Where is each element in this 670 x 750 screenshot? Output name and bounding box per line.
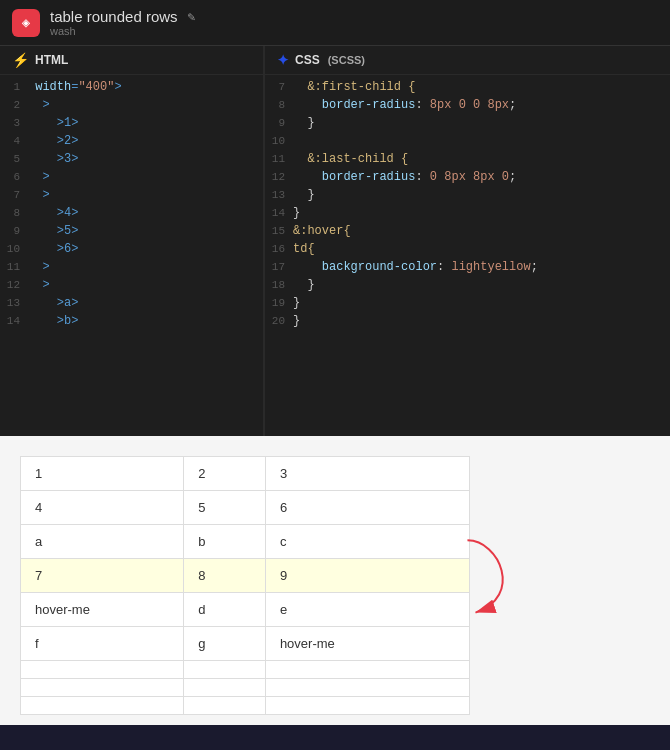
css-line: 7 &:first-child {	[265, 79, 670, 97]
table-cell: c	[265, 525, 469, 559]
css-line: 10	[265, 133, 670, 151]
table-cell: 9	[265, 559, 469, 593]
table-cell	[21, 661, 184, 679]
css-icon: ✦	[277, 52, 289, 68]
table-cell: 5	[184, 491, 266, 525]
title-group: table rounded rows ✎ wash	[50, 8, 195, 37]
table-cell: 4	[21, 491, 184, 525]
css-line: 12 border-radius: 0 8px 8px 0;	[265, 169, 670, 187]
table-cell	[184, 697, 266, 715]
page-subtitle: wash	[50, 25, 195, 37]
table-cell: 8	[184, 559, 266, 593]
table-cell: 6	[265, 491, 469, 525]
table-row: hover-mede	[21, 593, 470, 627]
css-line: 20}	[265, 313, 670, 331]
table-cell: hover-me	[21, 593, 184, 627]
css-line: 19}	[265, 295, 670, 313]
table-cell: f	[21, 627, 184, 661]
table-cell: a	[21, 525, 184, 559]
html-line: 10 >6>	[0, 241, 263, 259]
html-line: 11 >	[0, 259, 263, 277]
preview-area: 123456abc789hover-medefghover-me	[0, 436, 670, 725]
html-line: 6 >	[0, 169, 263, 187]
css-sublabel: (SCSS)	[328, 54, 365, 66]
html-line: 1 width="400">	[0, 79, 263, 97]
css-panel-header: ✦ CSS (SCSS)	[265, 46, 670, 75]
table-row: 456	[21, 491, 470, 525]
html-line: 14 >b>	[0, 313, 263, 331]
html-line: 8 >4>	[0, 205, 263, 223]
table-cell: hover-me	[265, 627, 469, 661]
table-row: 123	[21, 457, 470, 491]
table-row: 789	[21, 559, 470, 593]
table-cell: d	[184, 593, 266, 627]
css-line: 17 background-color: lightyellow;	[265, 259, 670, 277]
table-row	[21, 661, 470, 679]
table-cell	[184, 679, 266, 697]
css-line: 9 }	[265, 115, 670, 133]
css-line: 8 border-radius: 8px 0 0 8px;	[265, 97, 670, 115]
html-line: 3 >1>	[0, 115, 263, 133]
html-line: 5 >3>	[0, 151, 263, 169]
table-row: fghover-me	[21, 627, 470, 661]
table-cell: 1	[21, 457, 184, 491]
table-cell: 3	[265, 457, 469, 491]
table-cell	[265, 679, 469, 697]
css-line: 18 }	[265, 277, 670, 295]
editor-area: ⚡ HTML 1 width="400">2 >3 >1>4 >2>5 >3>6…	[0, 46, 670, 436]
css-line: 11 &:last-child {	[265, 151, 670, 169]
table-cell: e	[265, 593, 469, 627]
table-row: abc	[21, 525, 470, 559]
app-icon: ◈	[12, 9, 40, 37]
html-line: 12 >	[0, 277, 263, 295]
html-label: HTML	[35, 53, 68, 67]
demo-table: 123456abc789hover-medefghover-me	[20, 456, 470, 715]
title-bar: ◈ table rounded rows ✎ wash	[0, 0, 670, 46]
html-line: 13 >a>	[0, 295, 263, 313]
html-panel-header: ⚡ HTML	[0, 46, 263, 75]
html-line: 2 >	[0, 97, 263, 115]
table-cell: b	[184, 525, 266, 559]
html-icon: ⚡	[12, 52, 29, 68]
css-line: 15&:hover{	[265, 223, 670, 241]
css-line: 13 }	[265, 187, 670, 205]
table-cell: 7	[21, 559, 184, 593]
html-panel: ⚡ HTML 1 width="400">2 >3 >1>4 >2>5 >3>6…	[0, 46, 265, 436]
table-cell	[265, 697, 469, 715]
css-label: CSS	[295, 53, 320, 67]
table-cell: 2	[184, 457, 266, 491]
table-cell	[184, 661, 266, 679]
html-line: 7 >	[0, 187, 263, 205]
table-cell: g	[184, 627, 266, 661]
css-line: 14}	[265, 205, 670, 223]
css-panel: ✦ CSS (SCSS) 7 &:first-child {8 border-r…	[265, 46, 670, 436]
html-line: 4 >2>	[0, 133, 263, 151]
css-code-content[interactable]: 7 &:first-child {8 border-radius: 8px 0 …	[265, 75, 670, 436]
table-cell	[21, 679, 184, 697]
table-row	[21, 679, 470, 697]
html-code-content[interactable]: 1 width="400">2 >3 >1>4 >2>5 >3>6 >7 >8 …	[0, 75, 263, 436]
edit-icon[interactable]: ✎	[188, 9, 196, 25]
table-row	[21, 697, 470, 715]
page-title: table rounded rows	[50, 8, 178, 25]
table-cell	[21, 697, 184, 715]
html-line: 9 >5>	[0, 223, 263, 241]
css-line: 16td{	[265, 241, 670, 259]
table-cell	[265, 661, 469, 679]
